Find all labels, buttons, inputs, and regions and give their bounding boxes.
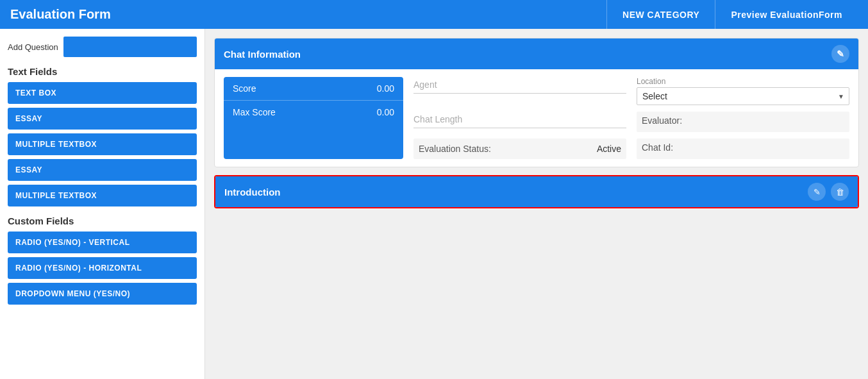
chat-info-title: Chat Information (224, 49, 301, 60)
new-category-button[interactable]: NEW CATEGORY (606, 0, 715, 29)
score-value: 0.00 (377, 83, 394, 94)
sidebar-btn-multiple-textbox-1[interactable]: MULTIPLE TEXTBOX (8, 133, 197, 155)
text-fields-title: Text Fields (8, 66, 197, 77)
add-question-input[interactable] (63, 37, 197, 57)
introduction-delete-icon: 🗑 (836, 187, 844, 197)
evaluator-label: Evaluator: (642, 115, 682, 126)
custom-fields-section: Custom Fields RADIO (YES/NO) - VERTICAL … (8, 215, 197, 305)
app-header: Evaluation Form NEW CATEGORY Preview Eva… (0, 0, 868, 29)
sidebar-btn-multiple-textbox-2[interactable]: MULTIPLE TEXTBOX (8, 185, 197, 206)
introduction-edit-button[interactable]: ✎ (808, 183, 826, 201)
introduction-header-icons: ✎ 🗑 (808, 183, 849, 201)
agent-label: Agent (413, 80, 437, 90)
agent-field: Agent (413, 77, 626, 105)
add-question-row: Add Question (8, 37, 197, 57)
preview-button[interactable]: Preview EvaluationForm (715, 0, 858, 29)
chat-info-header: Chat Information ✎ (215, 38, 858, 69)
main-layout: Add Question Text Fields TEXT BOX ESSAY … (0, 29, 868, 379)
chat-info-edit-button[interactable]: ✎ (831, 45, 849, 63)
sidebar-btn-essay-2[interactable]: ESSAY (8, 159, 197, 181)
sidebar-btn-radio-horizontal[interactable]: RADIO (YES/NO) - HORIZONTAL (8, 257, 197, 279)
chat-length-label: Chat Length (413, 114, 462, 124)
score-box: Score 0.00 Max Score 0.00 (224, 77, 403, 159)
introduction-header: Introduction ✎ 🗑 (215, 176, 858, 207)
max-score-label: Max Score (233, 107, 276, 117)
add-question-label: Add Question (8, 42, 58, 52)
evaluation-status-label: Evaluation Status: (419, 144, 597, 154)
chat-id-field: Chat Id: (637, 139, 849, 159)
location-select[interactable]: Select Option 1 Option 2 (637, 87, 849, 105)
edit-icon: ✎ (837, 49, 844, 59)
sidebar-btn-essay-1[interactable]: ESSAY (8, 108, 197, 130)
chat-info-card: Chat Information ✎ Score 0.00 Max Score … (214, 38, 859, 167)
sidebar: Add Question Text Fields TEXT BOX ESSAY … (0, 29, 205, 379)
chat-id-label: Chat Id: (642, 142, 673, 153)
max-score-row: Max Score 0.00 (224, 101, 403, 124)
chat-length-value: Chat Length (413, 112, 626, 128)
introduction-edit-icon: ✎ (814, 187, 821, 197)
sidebar-btn-dropdown[interactable]: DROPDOWN MENU (YES/NO) (8, 283, 197, 305)
max-score-value: 0.00 (377, 107, 394, 117)
text-fields-section: Text Fields TEXT BOX ESSAY MULTIPLE TEXT… (8, 66, 197, 206)
chat-length-field: Chat Length (413, 112, 626, 132)
introduction-title: Introduction (224, 187, 280, 198)
score-row: Score 0.00 (224, 77, 403, 101)
location-field: Location Select Option 1 Option 2 (637, 77, 849, 105)
agent-value: Agent (413, 77, 626, 94)
score-label: Score (233, 83, 256, 94)
chat-info-body: Score 0.00 Max Score 0.00 Agent (215, 69, 858, 167)
app-title: Evaluation Form (10, 7, 606, 22)
location-label: Location (637, 77, 849, 86)
evaluator-field: Evaluator: (637, 112, 849, 132)
introduction-card: Introduction ✎ 🗑 (214, 175, 859, 208)
content-area: Chat Information ✎ Score 0.00 Max Score … (205, 29, 868, 379)
evaluator-value: Evaluator: (637, 112, 849, 132)
evaluation-status-field: Evaluation Status: Active (413, 139, 626, 159)
location-select-wrapper: Select Option 1 Option 2 (637, 87, 849, 105)
sidebar-btn-radio-vertical[interactable]: RADIO (YES/NO) - VERTICAL (8, 232, 197, 253)
custom-fields-title: Custom Fields (8, 215, 197, 226)
introduction-delete-button[interactable]: 🗑 (831, 183, 849, 201)
evaluation-status-value: Active (597, 144, 621, 154)
sidebar-btn-textbox[interactable]: TEXT BOX (8, 82, 197, 104)
info-area: Agent Location Select Option 1 Option 2 (413, 77, 849, 159)
